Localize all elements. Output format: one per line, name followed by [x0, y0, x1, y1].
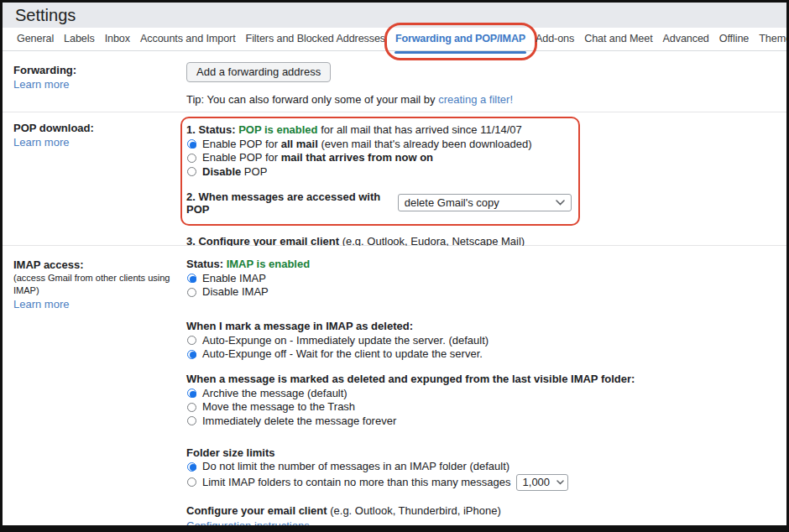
- settings-tab-bar: General Labels Inbox Accounts and Import…: [3, 28, 786, 51]
- forwarding-section-label: Forwarding: Learn more: [13, 63, 178, 91]
- imap-learn-more-link[interactable]: Learn more: [13, 298, 69, 310]
- add-forwarding-address-button[interactable]: Add a forwarding address: [186, 62, 331, 82]
- imap-option-delete-forever[interactable]: Immediately delete the message forever: [186, 415, 786, 428]
- tab-general[interactable]: General: [12, 28, 59, 50]
- option-label: Immediately delete the message forever: [202, 415, 396, 428]
- imap-access-sublabel: (access Gmail from other clients using I…: [13, 272, 178, 297]
- radio-limit-folders[interactable]: [187, 477, 196, 487]
- pop-option-all-mail[interactable]: Enable POP for all mail (even mail that'…: [186, 138, 572, 151]
- option-label: Move the message to the Trash: [202, 400, 355, 414]
- imap-status-value: IMAP is enabled: [227, 258, 310, 270]
- pop-download-label: POP download:: [13, 121, 178, 135]
- option-label: Disable POP: [202, 165, 267, 179]
- tab-forwarding-and-pop-imap[interactable]: Forwarding and POP/IMAP: [390, 28, 530, 50]
- imap-folder-limit-select[interactable]: 1,000: [516, 474, 568, 491]
- pop-action-select[interactable]: delete Gmail's copy: [398, 194, 572, 211]
- option-label: Enable IMAP: [202, 272, 266, 285]
- imap-option-autoexpunge-off[interactable]: Auto-Expunge off - Wait for the client t…: [186, 347, 786, 361]
- pop-option-disable[interactable]: Disable POP: [186, 165, 572, 179]
- chevron-down-icon: [556, 480, 564, 485]
- option-label: Auto-Expunge on - Immediately update the…: [202, 334, 489, 347]
- pop-option-mail-from-now-on[interactable]: Enable POP for mail that arrives from no…: [186, 151, 572, 164]
- imap-deleted-heading: When I mark a message in IMAP as deleted…: [186, 320, 786, 333]
- pop-learn-more-link[interactable]: Learn more: [13, 136, 69, 149]
- imap-configure-line: Configure your email client (e.g. Outloo…: [186, 504, 786, 518]
- annotation-box-icon: 1. Status: POP is enabled for all mail t…: [180, 117, 580, 226]
- option-label: Archive the message (default): [202, 387, 347, 400]
- tab-labels[interactable]: Labels: [59, 28, 100, 50]
- imap-config-instructions: Configuration instructions: [186, 519, 786, 532]
- option-label: Do not limit the number of messages in a…: [202, 460, 509, 473]
- imap-configure-rest: (e.g. Outlook, Thunderbird, iPhone): [327, 504, 501, 517]
- tab-themes[interactable]: Themes: [754, 28, 789, 50]
- imap-option-archive[interactable]: Archive the message (default): [186, 387, 786, 400]
- chevron-down-icon: [556, 200, 565, 206]
- pop-when-row: 2. When messages are accessed with POP d…: [186, 190, 572, 216]
- radio-enable-imap[interactable]: [187, 274, 196, 283]
- tab-label: Forwarding and POP/IMAP: [395, 33, 525, 44]
- imap-access-section: IMAP access: (access Gmail from other cl…: [3, 246, 786, 525]
- pop-section-label: POP download: Learn more: [13, 121, 178, 149]
- imap-configure-bold: Configure your email client: [186, 504, 327, 517]
- folder-option-no-limit[interactable]: Do not limit the number of messages in a…: [186, 460, 786, 473]
- forwarding-learn-more-link[interactable]: Learn more: [13, 78, 69, 91]
- radio-autoexpunge-on[interactable]: [187, 336, 196, 345]
- pop-status-value: POP is enabled: [238, 123, 317, 136]
- folder-size-limits-heading: Folder size limits: [186, 446, 786, 460]
- imap-expunge-heading: When a message is marked as deleted and …: [186, 373, 786, 386]
- option-label: Limit IMAP folders to contain no more th…: [202, 476, 511, 489]
- forwarding-label: Forwarding:: [13, 63, 178, 77]
- imap-option-disable[interactable]: Disable IMAP: [186, 285, 786, 299]
- creating-a-filter-link[interactable]: creating a filter!: [438, 93, 513, 106]
- imap-option-enable[interactable]: Enable IMAP: [186, 272, 786, 285]
- tip-text: Tip: You can also forward only some of y…: [186, 93, 438, 106]
- radio-no-limit[interactable]: [187, 462, 196, 472]
- pop-when-label: 2. When messages are accessed with POP: [186, 190, 392, 216]
- page-title: Settings: [15, 6, 76, 25]
- imap-status-line: Status: IMAP is enabled: [186, 258, 786, 271]
- folder-option-limit[interactable]: Limit IMAP folders to contain no more th…: [186, 474, 786, 491]
- pop-status-line: 1. Status: POP is enabled for all mail t…: [186, 123, 572, 137]
- forwarding-tip: Tip: You can also forward only some of y…: [186, 93, 786, 107]
- radio-pop-all-mail[interactable]: [187, 139, 196, 149]
- imap-section-label: IMAP access: (access Gmail from other cl…: [13, 258, 178, 311]
- option-label: Auto-Expunge off - Wait for the client t…: [202, 347, 483, 361]
- pop-status-number: 1. Status:: [186, 123, 238, 136]
- radio-autoexpunge-off[interactable]: [187, 350, 196, 359]
- tab-filters-and-blocked-addresses[interactable]: Filters and Blocked Addresses: [241, 28, 391, 50]
- pop-download-section: POP download: Learn more 1. Status: POP …: [3, 112, 786, 246]
- option-label: Disable IMAP: [202, 285, 269, 299]
- selected-value: 1,000: [523, 476, 551, 489]
- radio-move-to-trash[interactable]: [187, 403, 196, 412]
- tab-chat-and-meet[interactable]: Chat and Meet: [579, 28, 657, 50]
- radio-disable-imap[interactable]: [187, 288, 196, 297]
- tab-add-ons[interactable]: Add-ons: [530, 28, 579, 50]
- tab-accounts-and-import[interactable]: Accounts and Import: [135, 28, 241, 50]
- settings-header: Settings: [3, 3, 786, 28]
- imap-option-move-to-trash[interactable]: Move the message to the Trash: [186, 400, 786, 414]
- imap-access-label: IMAP access:: [13, 258, 178, 272]
- imap-option-autoexpunge-on[interactable]: Auto-Expunge on - Immediately update the…: [186, 334, 786, 347]
- tab-offline[interactable]: Offline: [714, 28, 754, 50]
- active-tab-underline: [394, 51, 526, 54]
- settings-window: Settings General Labels Inbox Accounts a…: [0, 0, 789, 532]
- option-label: Enable POP for mail that arrives from no…: [202, 151, 433, 164]
- forwarding-section: Forwarding: Learn more Add a forwarding …: [3, 51, 786, 112]
- radio-archive-message[interactable]: [187, 389, 196, 398]
- pop-status-rest: for all mail that has arrived since 11/1…: [318, 123, 522, 136]
- selected-value: delete Gmail's copy: [405, 196, 499, 209]
- option-label: Enable POP for all mail (even mail that'…: [202, 138, 532, 151]
- tab-inbox[interactable]: Inbox: [100, 28, 135, 50]
- imap-configuration-instructions-link[interactable]: Configuration instructions: [186, 519, 310, 532]
- tab-advanced[interactable]: Advanced: [658, 28, 714, 50]
- imap-status-label: Status:: [186, 258, 227, 270]
- radio-pop-disable[interactable]: [187, 167, 196, 176]
- radio-delete-forever[interactable]: [187, 416, 196, 425]
- radio-pop-from-now-on[interactable]: [187, 154, 196, 163]
